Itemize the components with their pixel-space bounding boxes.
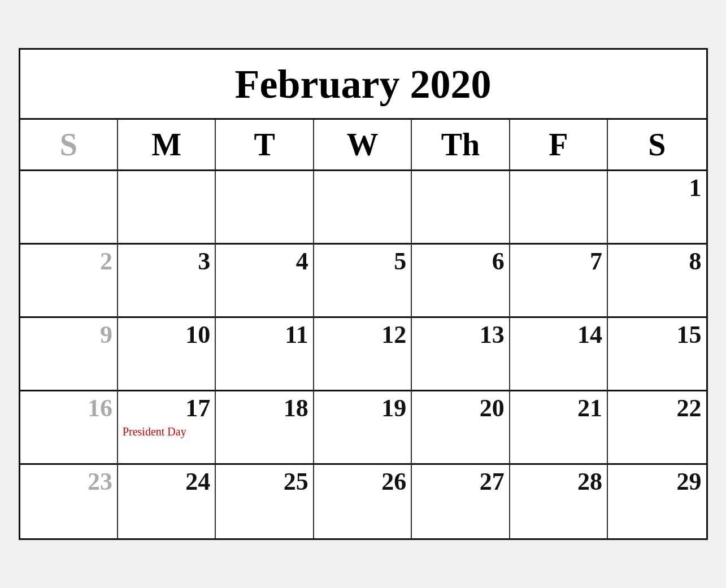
calendar-cell (216, 171, 314, 245)
calendar-cell: 1 (608, 171, 706, 245)
cell-day-number: 16 (25, 395, 112, 422)
cell-day-number: 5 (319, 248, 406, 275)
calendar-cell (510, 171, 608, 245)
calendar-cell: 18 (216, 391, 314, 465)
cell-day-number: 13 (416, 321, 504, 349)
calendar-cell: 17President Day (118, 391, 216, 465)
cell-day-number: 21 (515, 395, 602, 422)
cell-day-number: 29 (612, 468, 701, 495)
calendar-cell (118, 171, 216, 245)
cell-day-number: 8 (612, 248, 701, 275)
day-header-sun: S (20, 120, 118, 169)
cell-event-label: President Day (123, 425, 210, 438)
cell-day-number: 9 (25, 321, 112, 349)
day-header-thu: Th (412, 120, 510, 169)
calendar-cell: 20 (412, 391, 510, 465)
day-headers-row: SMTWThFS (20, 120, 706, 171)
cell-day-number: 3 (123, 248, 210, 275)
calendar-cell: 4 (216, 245, 314, 318)
cell-day-number: 25 (220, 468, 308, 495)
cell-day-number: 17 (123, 395, 210, 422)
calendar-cell (314, 171, 412, 245)
cell-day-number: 15 (612, 321, 701, 349)
cell-day-number: 24 (123, 468, 210, 495)
calendar-container: February 2020 SMTWThFS 12345678910111213… (19, 48, 708, 540)
cell-day-number: 2 (25, 248, 112, 275)
cell-day-number: 26 (319, 468, 406, 495)
calendar-cell: 10 (118, 318, 216, 391)
calendar-cell: 26 (314, 465, 412, 538)
day-header-mon: M (118, 120, 216, 169)
day-header-sat: S (608, 120, 706, 169)
cell-day-number: 27 (416, 468, 504, 495)
day-header-fri: F (510, 120, 608, 169)
calendar-cell: 27 (412, 465, 510, 538)
calendar-cell: 14 (510, 318, 608, 391)
calendar-cell: 7 (510, 245, 608, 318)
calendar-cell: 16 (20, 391, 118, 465)
calendar-cell: 8 (608, 245, 706, 318)
calendar-cell: 25 (216, 465, 314, 538)
calendar-cell: 13 (412, 318, 510, 391)
calendar-cell: 9 (20, 318, 118, 391)
cell-day-number: 7 (515, 248, 602, 275)
calendar-cell: 24 (118, 465, 216, 538)
calendar-cell: 29 (608, 465, 706, 538)
cell-day-number: 11 (220, 321, 308, 349)
calendar-cell: 21 (510, 391, 608, 465)
cell-day-number: 19 (319, 395, 406, 422)
calendar-cell (412, 171, 510, 245)
cell-day-number: 4 (220, 248, 308, 275)
calendar-cell: 28 (510, 465, 608, 538)
cell-day-number: 22 (612, 395, 701, 422)
calendar-cell: 6 (412, 245, 510, 318)
calendar-cell: 11 (216, 318, 314, 391)
cell-day-number: 10 (123, 321, 210, 349)
calendar-cell: 3 (118, 245, 216, 318)
cell-day-number: 23 (25, 468, 112, 495)
cell-day-number: 28 (515, 468, 602, 495)
day-header-wed: W (314, 120, 412, 169)
cell-day-number: 14 (515, 321, 602, 349)
calendar-cell: 12 (314, 318, 412, 391)
calendar-cell: 5 (314, 245, 412, 318)
cell-day-number: 20 (416, 395, 504, 422)
calendar-cell: 22 (608, 391, 706, 465)
calendar-cell: 19 (314, 391, 412, 465)
calendar-cell (20, 171, 118, 245)
calendar-grid: 1234567891011121314151617President Day18… (20, 171, 706, 538)
day-header-tue: T (216, 120, 314, 169)
calendar-title: February 2020 (20, 50, 706, 120)
calendar-cell: 23 (20, 465, 118, 538)
cell-day-number: 18 (220, 395, 308, 422)
calendar-cell: 15 (608, 318, 706, 391)
cell-day-number: 1 (612, 175, 701, 202)
cell-day-number: 6 (416, 248, 504, 275)
calendar-cell: 2 (20, 245, 118, 318)
cell-day-number: 12 (319, 321, 406, 349)
